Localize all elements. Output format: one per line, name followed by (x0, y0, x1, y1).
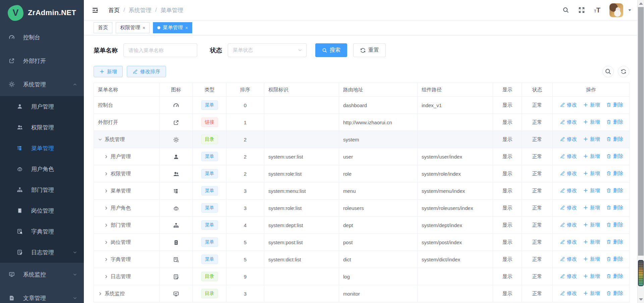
table-refresh-button[interactable] (618, 66, 629, 77)
table-row[interactable]: 系统管理目录2system显示正常修改新增删除 (94, 131, 630, 148)
reset-button[interactable]: 重置 (353, 43, 386, 57)
chevron-right-icon[interactable] (104, 274, 108, 279)
scroll-up-arrow-icon[interactable] (639, 2, 643, 5)
menu-name: 日志管理 (111, 273, 131, 280)
table-row[interactable]: 系统监控目录3monitor显示正常修改新增删除 (94, 285, 630, 302)
table-row[interactable]: 菜单管理菜单3system:menu:listmenusystem/menu/i… (94, 182, 630, 200)
row-edit-button[interactable]: 修改 (560, 119, 577, 125)
tab-权限管理[interactable]: 权限管理× (116, 22, 150, 33)
table-row[interactable]: 用户管理菜单2system:user:listusersystem/user/i… (94, 148, 630, 165)
scrollbar-thumb[interactable] (638, 7, 644, 256)
table-row[interactable]: 日志管理目录9log显示正常修改新增删除 (94, 268, 630, 285)
table-row[interactable]: 岗位管理菜单5system:post:listpostsystem/post/i… (94, 234, 630, 251)
row-edit-button[interactable]: 修改 (560, 256, 577, 262)
row-delete-button[interactable]: 删除 (606, 273, 623, 279)
chevron-right-icon[interactable] (104, 240, 108, 245)
sidebar-item-菜单管理[interactable]: 菜单管理 (0, 138, 84, 159)
chevron-right-icon[interactable] (104, 206, 108, 210)
close-icon[interactable]: × (143, 26, 145, 30)
status-select[interactable]: 菜单状态 (228, 43, 307, 57)
user-avatar[interactable] (609, 3, 623, 17)
sidebar-item-权限管理[interactable]: 权限管理 (0, 117, 84, 138)
sidebar-item-外部打开[interactable]: 外部打开 (0, 49, 84, 73)
chevron-right-icon[interactable] (104, 189, 108, 193)
add-button[interactable]: 新增 (94, 66, 123, 77)
tab-菜单管理[interactable]: 菜单管理× (153, 22, 192, 33)
vertical-scrollbar[interactable] (637, 0, 644, 303)
row-delete-button[interactable]: 删除 (606, 239, 623, 245)
breadcrumb-item[interactable]: 系统管理 (129, 6, 152, 14)
row-add-button[interactable]: 新增 (583, 273, 600, 279)
scroll-down-arrow-icon[interactable] (639, 298, 643, 301)
row-delete-button[interactable]: 删除 (606, 290, 623, 297)
row-add-button[interactable]: 新增 (583, 102, 600, 108)
row-edit-button[interactable]: 修改 (560, 273, 577, 279)
sidebar-item-系统管理[interactable]: 系统管理 (0, 73, 84, 96)
row-delete-button[interactable]: 删除 (606, 256, 623, 262)
chevron-right-icon[interactable] (104, 155, 108, 159)
sidebar-item-岗位管理[interactable]: 岗位管理 (0, 200, 84, 221)
chevron-down-icon (73, 296, 77, 300)
chevron-right-icon[interactable] (104, 257, 108, 262)
row-edit-button[interactable]: 修改 (560, 205, 577, 211)
fullscreen-icon[interactable] (578, 7, 585, 13)
chevron-right-icon[interactable] (98, 292, 102, 296)
row-add-button[interactable]: 新增 (583, 222, 600, 228)
sidebar-item-系统监控[interactable]: 系统监控 (0, 263, 84, 286)
chevron-right-icon[interactable] (104, 172, 108, 176)
breadcrumb-item[interactable]: 首页 (108, 6, 120, 14)
edit-sort-button[interactable]: 修改排序 (127, 66, 166, 77)
close-icon[interactable]: × (185, 26, 188, 30)
row-delete-button[interactable]: 删除 (606, 222, 623, 228)
row-edit-button[interactable]: 修改 (560, 222, 577, 228)
table-search-button[interactable] (602, 66, 614, 77)
row-delete-button[interactable]: 删除 (606, 136, 623, 142)
row-delete-button[interactable]: 删除 (606, 119, 623, 125)
row-add-button[interactable]: 新增 (583, 239, 600, 245)
row-delete-button[interactable]: 删除 (606, 187, 623, 194)
row-add-button[interactable]: 新增 (583, 170, 600, 177)
row-add-button[interactable]: 新增 (583, 187, 600, 194)
sidebar-item-部门管理[interactable]: 部门管理 (0, 179, 84, 200)
row-add-button[interactable]: 新增 (583, 119, 600, 125)
table-row[interactable]: 字典管理菜单5system:dict:listdictsystem/dict/i… (94, 251, 630, 268)
row-delete-button[interactable]: 删除 (606, 170, 623, 177)
table-row[interactable]: 外部打开链接1http://www.izhaorui.cn显示正常修改新增删除 (94, 114, 630, 131)
row-add-button[interactable]: 新增 (583, 136, 600, 142)
row-edit-button[interactable]: 修改 (560, 170, 577, 177)
font-size-icon[interactable]: тT (594, 6, 600, 14)
caret-down-icon[interactable] (628, 8, 632, 12)
sidebar-item-文章管理[interactable]: 文章管理 (0, 286, 84, 303)
row-edit-button[interactable]: 修改 (560, 239, 577, 245)
row-add-button[interactable]: 新增 (583, 205, 600, 211)
chevron-right-icon[interactable] (104, 223, 108, 227)
chevron-down-icon[interactable] (98, 137, 102, 142)
sidebar-item-日志管理[interactable]: 日志管理 (0, 242, 84, 263)
row-edit-button[interactable]: 修改 (560, 136, 577, 142)
table-row[interactable]: 控制台菜单0dashboardindex_v1显示正常修改新增删除 (94, 97, 630, 114)
row-add-button[interactable]: 新增 (583, 256, 600, 262)
row-delete-button[interactable]: 删除 (606, 205, 623, 211)
column-header-组件路径: 组件路径 (418, 83, 493, 97)
row-edit-button[interactable]: 修改 (560, 153, 577, 160)
tab-首页[interactable]: 首页 (94, 22, 112, 33)
sidebar-fold-icon[interactable] (92, 7, 98, 13)
sidebar-item-用户管理[interactable]: 用户管理 (0, 96, 84, 117)
gear-icon (9, 81, 17, 88)
search-icon[interactable] (562, 7, 569, 13)
row-edit-button[interactable]: 修改 (560, 187, 577, 194)
search-button[interactable]: 搜索 (315, 43, 347, 57)
row-edit-button[interactable]: 修改 (560, 102, 577, 108)
row-add-button[interactable]: 新增 (583, 290, 600, 297)
row-add-button[interactable]: 新增 (583, 153, 600, 160)
table-row[interactable]: 部门管理菜单4system:dept:listdeptsystem/dept/i… (94, 217, 630, 234)
sidebar-item-控制台[interactable]: 控制台 (0, 26, 84, 49)
sidebar-item-字典管理[interactable]: 字典管理 (0, 221, 84, 242)
table-row[interactable]: 权限管理菜单2system:role:listrolesystem/role/i… (94, 165, 630, 182)
sidebar-item-用户角色[interactable]: 用户角色 (0, 159, 84, 179)
table-row[interactable]: 用户角色菜单3system:role:listroleuserssystem/r… (94, 200, 630, 217)
row-delete-button[interactable]: 删除 (606, 102, 623, 108)
row-edit-button[interactable]: 修改 (560, 290, 577, 297)
menu-name-input[interactable] (123, 43, 197, 57)
row-delete-button[interactable]: 删除 (606, 153, 623, 160)
